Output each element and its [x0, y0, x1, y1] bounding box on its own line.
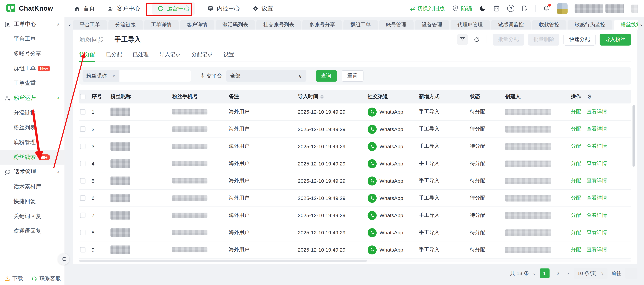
row-checkbox[interactable]	[80, 109, 86, 115]
download-link[interactable]: 下载	[4, 275, 23, 282]
workspace-tab[interactable]: 客户详情	[180, 20, 214, 29]
select-all-checkbox[interactable]	[80, 94, 86, 99]
brand-logo[interactable]: ChatKnow	[0, 3, 65, 13]
assign-link[interactable]: 分配	[571, 246, 581, 253]
sidebar-item[interactable]: 快捷回复	[0, 194, 64, 209]
status-subtab[interactable]: 设置	[224, 49, 234, 62]
tabs-scroll-left-chevron[interactable]: ‹	[67, 20, 72, 29]
view-detail-link[interactable]: 查看详情	[586, 143, 607, 150]
assign-link[interactable]: 分配	[571, 143, 581, 150]
workspace-tab[interactable]: 群组工单	[343, 20, 378, 29]
view-detail-link[interactable]: 查看详情	[586, 212, 607, 219]
workspace-tab[interactable]: 粉丝线索	[614, 20, 638, 29]
sidebar-item[interactable]: 粉丝列表	[0, 120, 64, 135]
nav-item-operations-center[interactable]: 运营中心	[152, 2, 194, 15]
sidebar-item[interactable]: 关键词回复	[0, 209, 64, 224]
workspace-tab[interactable]: 收款管控	[532, 20, 566, 29]
assign-link[interactable]: 分配	[571, 160, 581, 167]
platform-select[interactable]: 全部 ∨	[226, 70, 306, 82]
workspace-tab[interactable]: 分流链接	[108, 20, 143, 29]
workspace-tab[interactable]: 工单详情	[144, 20, 178, 29]
view-detail-link[interactable]: 查看详情	[586, 229, 607, 236]
workspace-tab[interactable]: 账号管理	[379, 20, 414, 29]
workspace-tab[interactable]: 敏感行为监控	[568, 20, 612, 29]
scrollbar-thumb[interactable]	[79, 260, 367, 262]
nav-item-internal-control-center[interactable]: 内控中心	[207, 5, 240, 12]
sort-icon[interactable]	[320, 93, 324, 100]
batch-delete-button[interactable]: 批量删除	[528, 33, 559, 45]
contact-support-link[interactable]: 联系客服	[31, 275, 61, 282]
page-size-select[interactable]: 10 条/页 ∨	[574, 268, 607, 279]
anti-fraud-link[interactable]: 防骗	[452, 5, 472, 12]
workspace-tab[interactable]: 社交账号列表	[256, 20, 301, 29]
sidebar-group-scripts[interactable]: 话术管理 ∧	[0, 165, 64, 180]
sidebar-item[interactable]: 底粉管理	[0, 135, 64, 150]
scrollbar-thumb[interactable]	[632, 105, 635, 167]
sidebar-item[interactable]: 粉丝线索 99+	[0, 150, 64, 165]
view-detail-link[interactable]: 查看详情	[586, 126, 607, 133]
status-subtab[interactable]: 分配记录	[192, 49, 213, 62]
view-detail-link[interactable]: 查看详情	[586, 177, 607, 184]
sidebar-group-fan-operations[interactable]: 粉丝运营 ∧	[0, 91, 64, 105]
sidebar-item[interactable]: 话术素材库	[0, 179, 64, 194]
row-checkbox[interactable]	[80, 230, 86, 235]
reset-button[interactable]: 重置	[342, 70, 364, 82]
assign-link[interactable]: 分配	[571, 212, 581, 219]
filter-keyword-input[interactable]	[119, 70, 191, 82]
sidebar-item[interactable]: 分流链接	[0, 105, 64, 120]
assign-link[interactable]: 分配	[571, 195, 581, 201]
workspace-tab[interactable]: 敏感词监控	[491, 20, 531, 29]
assign-link[interactable]: 分配	[571, 177, 581, 184]
sidebar-group-work-orders[interactable]: 工单中心 ∧	[0, 17, 64, 32]
search-button[interactable]: 查询	[316, 70, 337, 82]
workspace-tab[interactable]: 平台工单	[73, 20, 107, 29]
status-subtab[interactable]: 导入记录	[159, 49, 180, 62]
row-checkbox[interactable]	[80, 178, 86, 184]
workspace-tab[interactable]: 多账号分享	[302, 20, 342, 29]
workspace-tab[interactable]: 设备管理	[415, 20, 449, 29]
batch-assign-button[interactable]: 批量分配	[493, 33, 524, 45]
col-header-import-time[interactable]: 导入时间	[298, 93, 368, 100]
switch-to-old-version-link[interactable]: ⇄ 切换到旧版	[410, 5, 445, 12]
view-detail-link[interactable]: 查看详情	[586, 195, 607, 201]
title-tab-manual-import[interactable]: 手工导入	[114, 35, 141, 44]
workspace-tab[interactable]: 代理IP管理	[450, 20, 490, 29]
notifications-button[interactable]	[542, 5, 550, 12]
sidebar-item[interactable]: 平台工单	[0, 31, 64, 46]
tabs-scroll-right-chevron[interactable]: ›	[638, 20, 644, 29]
document-edit-button[interactable]	[521, 5, 528, 12]
sidebar-item[interactable]: 群组工单 New	[0, 61, 64, 76]
column-settings-gear-icon[interactable]: ⚙	[587, 93, 592, 100]
next-page-chevron[interactable]: ›	[567, 271, 570, 276]
status-subtab[interactable]: 已处理	[132, 49, 149, 62]
help-button[interactable]: ?	[507, 5, 514, 12]
page-number-2[interactable]: 2	[553, 269, 563, 278]
sidebar-item[interactable]: 多账号分享	[0, 46, 64, 61]
filter-button[interactable]	[457, 34, 468, 45]
nav-item-settings[interactable]: 设置	[252, 5, 273, 12]
row-checkbox[interactable]	[80, 247, 86, 253]
status-subtab[interactable]: 待分配	[79, 49, 95, 62]
workspace-tab[interactable]: 激活码列表	[216, 20, 255, 29]
view-detail-link[interactable]: 查看详情	[586, 108, 607, 115]
sidebar-collapse-button[interactable]	[58, 253, 70, 265]
status-subtab[interactable]: 已分配	[106, 49, 122, 62]
filter-field-select[interactable]: 粉丝昵称 ∨	[82, 70, 119, 82]
user-avatar[interactable]	[557, 3, 568, 14]
page-number-1[interactable]: 1	[540, 269, 549, 278]
table-horizontal-scrollbar[interactable]	[79, 259, 631, 262]
row-checkbox[interactable]	[80, 195, 86, 201]
import-fans-button[interactable]: 导入粉丝	[600, 33, 631, 45]
quick-assign-button[interactable]: 快速分配	[564, 33, 596, 45]
title-tab-new-fan-sync[interactable]: 新粉同步	[79, 35, 104, 43]
view-detail-link[interactable]: 查看详情	[586, 246, 607, 253]
row-checkbox[interactable]	[80, 161, 86, 166]
sidebar-item[interactable]: 欢迎语回复	[0, 224, 64, 239]
assign-link[interactable]: 分配	[571, 229, 581, 236]
goto-page-input[interactable]	[625, 268, 638, 279]
refresh-button[interactable]	[472, 35, 481, 44]
sidebar-item[interactable]: 工单查重	[0, 76, 64, 91]
prev-page-chevron[interactable]: ‹	[532, 271, 536, 276]
assign-link[interactable]: 分配	[571, 108, 581, 115]
inbox-button[interactable]	[493, 5, 500, 12]
